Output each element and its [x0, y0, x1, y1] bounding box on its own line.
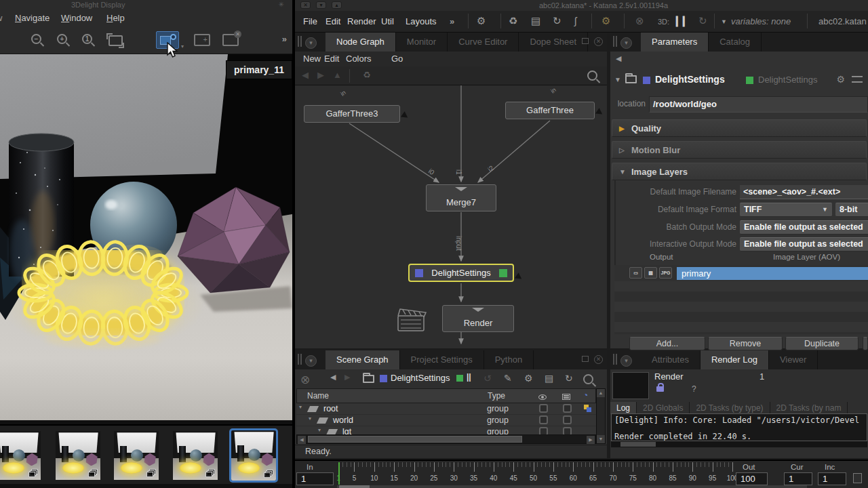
- render-checkbox[interactable]: [563, 427, 572, 434]
- tab-viewer[interactable]: Viewer: [769, 350, 818, 369]
- interactive-output-mode-dropdown[interactable]: Enable file output as selected: [740, 237, 868, 251]
- gear-icon[interactable]: ⚙: [836, 74, 845, 85]
- zoom-fit-icon[interactable]: [108, 35, 123, 46]
- node-gafferthree3[interactable]: GafferThree3: [304, 105, 400, 123]
- up-icon[interactable]: ▲: [333, 70, 342, 80]
- image-format-dropdown[interactable]: TIFF▼: [740, 203, 832, 217]
- playhead[interactable]: [338, 462, 340, 485]
- button-remove[interactable]: Remove: [708, 337, 783, 350]
- catalog-thumbnail-5[interactable]: [229, 428, 278, 483]
- frame-ruler[interactable]: 1510152025303540455055606570758085909510…: [337, 462, 734, 485]
- undo-icon[interactable]: ↺: [484, 373, 492, 384]
- zoom-out-icon[interactable]: −: [31, 34, 41, 44]
- scene-graph-row-lgt[interactable]: ▾lgtgroup: [296, 426, 596, 434]
- clapper-icon[interactable]: ▤: [531, 15, 540, 27]
- back-icon[interactable]: ◀: [302, 70, 309, 80]
- forward-icon[interactable]: ▶: [344, 373, 350, 382]
- zoom-actual-icon[interactable]: 1: [82, 34, 92, 44]
- section-motion-blur[interactable]: ▷ Motion Blur: [612, 141, 867, 159]
- node-render[interactable]: Render: [442, 305, 514, 332]
- sliders-icon[interactable]: [852, 76, 863, 83]
- window-minimize-button[interactable]: ▾: [316, 1, 326, 9]
- back-icon[interactable]: ◀: [330, 373, 336, 382]
- log-tab-2d-tasks-by-nam[interactable]: 2D Tasks (by nam: [770, 402, 848, 414]
- increment-field[interactable]: 1: [818, 472, 846, 485]
- node-delightsettings[interactable]: DelightSettings: [408, 264, 514, 282]
- button-add[interactable]: Add...: [629, 337, 705, 350]
- in-frame-field[interactable]: 1: [296, 472, 334, 485]
- window-close-button[interactable]: ✕: [300, 1, 311, 9]
- render-checkbox[interactable]: [563, 404, 572, 413]
- sync-icon[interactable]: ♻: [363, 70, 371, 80]
- visibility-checkbox[interactable]: [539, 415, 548, 424]
- tab-project-settings[interactable]: Project Settings: [400, 350, 484, 369]
- log-tab-2d-globals[interactable]: 2D Globals: [637, 402, 690, 414]
- node-gafferthree[interactable]: GafferThree: [505, 102, 595, 119]
- tab-node-graph[interactable]: Node Graph: [326, 33, 396, 52]
- refresh-icon[interactable]: ↻: [553, 15, 561, 27]
- log-tab-log[interactable]: Log: [610, 402, 637, 414]
- close-pane-icon[interactable]: ✕: [594, 355, 603, 364]
- section-quality[interactable]: ▶ Quality: [612, 119, 867, 137]
- jpg-badge[interactable]: JPG: [659, 267, 672, 279]
- clapper-icon[interactable]: ▤: [545, 373, 553, 384]
- visibility-checkbox[interactable]: [539, 404, 548, 413]
- tab-dope-sheet[interactable]: Dope Sheet: [519, 33, 588, 52]
- forward-icon[interactable]: ▶: [317, 70, 324, 80]
- tab-catalog[interactable]: Catalog: [709, 33, 762, 52]
- catalog-thumbnail-4[interactable]: [173, 431, 218, 480]
- ng-menu-new[interactable]: New: [303, 54, 321, 64]
- disk-icon[interactable]: ▤: [644, 267, 657, 279]
- ng-menu-go[interactable]: Go: [391, 54, 403, 64]
- new-view-icon[interactable]: +: [194, 34, 210, 46]
- pane-handle[interactable]: ▾: [613, 354, 632, 367]
- tab-scene-graph[interactable]: Scene Graph: [326, 350, 400, 369]
- workingset-column-icon[interactable]: ◔: [583, 390, 588, 400]
- node-merge7[interactable]: Merge7: [426, 184, 496, 211]
- tab-curve-editor[interactable]: Curve Editor: [448, 33, 519, 52]
- variables-dropdown-arrow[interactable]: ▼: [721, 18, 727, 25]
- batch-output-mode-dropdown[interactable]: Enable file output as selected: [740, 220, 868, 235]
- viewer-menu-window[interactable]: Window: [61, 13, 92, 23]
- tab-monitor[interactable]: Monitor: [396, 33, 448, 52]
- scene-graph-row-world[interactable]: ▾worldgroup: [296, 415, 596, 426]
- settings-gear-icon[interactable]: ⚙: [477, 15, 486, 27]
- ng-menu-edit[interactable]: Edit: [324, 54, 339, 64]
- catalog-thumbnail-3[interactable]: [114, 431, 159, 480]
- menu-edit[interactable]: Edit: [326, 16, 340, 26]
- tab-parameters[interactable]: Parameters: [641, 33, 709, 52]
- bit-depth-dropdown[interactable]: 8-bit: [835, 203, 868, 217]
- out-frame-field[interactable]: 100: [736, 472, 768, 485]
- help-icon[interactable]: ?: [692, 384, 696, 394]
- zoom-in-icon[interactable]: +: [57, 34, 67, 44]
- tab-attributes[interactable]: Attributes: [641, 350, 701, 369]
- pane-handle[interactable]: ▾: [613, 36, 632, 49]
- refresh-icon[interactable]: ↻: [565, 373, 573, 384]
- recycle-icon[interactable]: ♻: [509, 15, 517, 27]
- cancel-render-icon[interactable]: ⊗: [635, 15, 644, 27]
- menu-render[interactable]: Render: [347, 16, 376, 26]
- render-column-icon[interactable]: [562, 392, 570, 402]
- output-row-primary[interactable]: ▭ ▤ JPG primary: [614, 265, 868, 281]
- tab-render-log[interactable]: Render Log: [701, 350, 769, 369]
- log-hscrollbar[interactable]: [611, 441, 867, 447]
- back-icon[interactable]: ◀: [616, 54, 621, 63]
- current-frame-field[interactable]: 1: [784, 472, 812, 485]
- location-field[interactable]: /root/world/geo: [649, 96, 868, 113]
- search-icon[interactable]: [587, 70, 597, 81]
- close-view-icon[interactable]: ✕: [222, 34, 239, 46]
- clear-icon[interactable]: ⊗: [300, 373, 310, 387]
- tab-python[interactable]: Python: [484, 350, 534, 369]
- edit-pencil-icon[interactable]: ✎: [504, 373, 512, 384]
- window-maximize-button[interactable]: ▴: [332, 1, 342, 9]
- pane-handle[interactable]: ▾: [298, 354, 317, 367]
- render-checkbox[interactable]: [563, 415, 572, 424]
- section-image-layers[interactable]: ▼ Image Layers: [612, 163, 867, 180]
- timeline-scrollbar[interactable]: [337, 485, 807, 488]
- visibility-checkbox[interactable]: [539, 427, 548, 434]
- pane-handle[interactable]: ▾: [298, 36, 317, 49]
- ng-menu-colors[interactable]: Colors: [346, 54, 372, 64]
- catalog-thumbnail-2[interactable]: [56, 431, 100, 480]
- display-layer-dropdown-arrow[interactable]: ▾: [181, 43, 184, 49]
- catalog-thumbnail-1[interactable]: [0, 431, 41, 480]
